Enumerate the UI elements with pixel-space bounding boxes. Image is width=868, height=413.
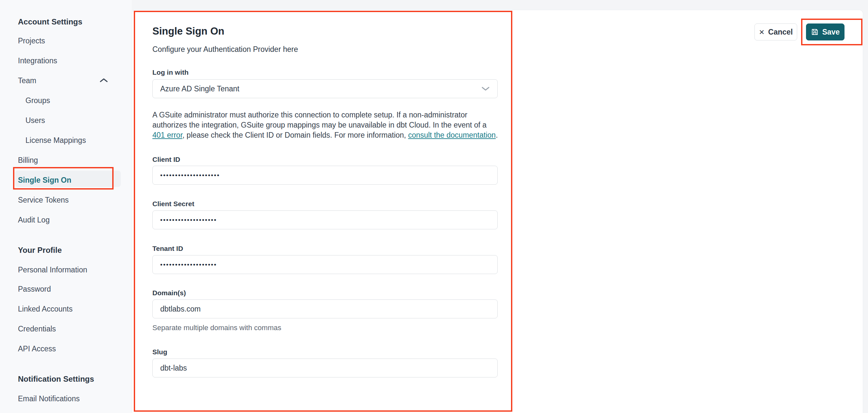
- sidebar-section-notification-settings: Notification Settings: [18, 374, 94, 384]
- login-with-selected-value: Azure AD Single Tenant: [160, 85, 481, 93]
- login-with-select[interactable]: Azure AD Single Tenant: [152, 79, 498, 98]
- sidebar-item-users[interactable]: Users: [26, 116, 45, 125]
- link-consult-documentation[interactable]: consult the documentation: [408, 131, 496, 139]
- sidebar-item-billing[interactable]: Billing: [18, 155, 38, 165]
- page-subtitle: Configure your Authentication Provider h…: [152, 45, 298, 54]
- sidebar-item-single-sign-on[interactable]: Single Sign On: [18, 175, 71, 185]
- client-secret-label: Client Secret: [152, 200, 194, 208]
- slug-input[interactable]: [152, 358, 498, 377]
- sidebar-item-groups[interactable]: Groups: [26, 96, 50, 105]
- sidebar-section-account-settings: Account Settings: [18, 17, 82, 27]
- chevron-up-icon[interactable]: [99, 77, 108, 83]
- sidebar-item-team[interactable]: Team: [18, 76, 36, 86]
- client-secret-input[interactable]: [152, 211, 498, 229]
- close-icon: ✕: [759, 29, 765, 36]
- sidebar-section-your-profile: Your Profile: [18, 245, 62, 255]
- chevron-down-icon: [481, 86, 490, 91]
- sidebar-item-email-notifications[interactable]: Email Notifications: [18, 394, 80, 404]
- save-icon: [811, 28, 819, 36]
- domains-label: Domain(s): [152, 289, 186, 297]
- sidebar-item-password[interactable]: Password: [18, 284, 51, 294]
- sidebar-item-integrations[interactable]: Integrations: [18, 56, 57, 66]
- save-button-label: Save: [822, 28, 840, 36]
- notice-text-segment: , please check the Client ID or Domain f…: [182, 131, 408, 139]
- notice-text-segment: A GSuite administrator must authorize th…: [152, 110, 487, 129]
- sidebar-item-credentials[interactable]: Credentials: [18, 324, 56, 334]
- sidebar-item-license-mappings[interactable]: License Mappings: [26, 135, 86, 145]
- domains-input[interactable]: [152, 299, 498, 318]
- save-button[interactable]: Save: [806, 24, 844, 40]
- login-with-label: Log in with: [152, 68, 189, 76]
- domains-helper-text: Separate multiple domains with commas: [152, 324, 281, 332]
- sidebar-item-personal-information[interactable]: Personal Information: [18, 265, 87, 275]
- client-id-input[interactable]: [152, 166, 498, 185]
- notice-text-segment: .: [496, 131, 498, 139]
- client-id-label: Client ID: [152, 156, 180, 163]
- cancel-button-label: Cancel: [768, 28, 793, 36]
- sidebar-item-projects[interactable]: Projects: [18, 36, 45, 46]
- page-title: Single Sign On: [152, 26, 224, 37]
- settings-sidebar: Account Settings Projects Integrations T…: [0, 0, 132, 413]
- sidebar-item-service-tokens[interactable]: Service Tokens: [18, 195, 69, 205]
- sidebar-item-audit-log[interactable]: Audit Log: [18, 215, 50, 225]
- link-401-error[interactable]: 401 error: [152, 131, 182, 139]
- sso-notice: A GSuite administrator must authorize th…: [152, 110, 499, 140]
- cancel-button[interactable]: ✕ Cancel: [754, 24, 797, 40]
- sidebar-item-api-access[interactable]: API Access: [18, 344, 56, 354]
- slug-label: Slug: [152, 348, 167, 356]
- tenant-id-input[interactable]: [152, 255, 498, 274]
- sidebar-item-linked-accounts[interactable]: Linked Accounts: [18, 304, 73, 314]
- tenant-id-label: Tenant ID: [152, 245, 183, 253]
